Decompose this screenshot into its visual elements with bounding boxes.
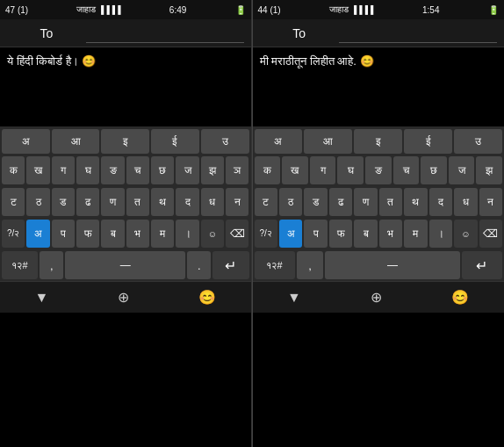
key-da2[interactable]: ड	[304, 188, 327, 216]
key-aa1[interactable]: आ	[52, 129, 100, 154]
key-pha2[interactable]: फ	[329, 220, 352, 248]
to-label-1: To	[7, 26, 86, 40]
key-gha2[interactable]: घ	[337, 156, 364, 184]
key-pa2[interactable]: प	[304, 220, 327, 248]
key-aa2[interactable]: आ	[304, 129, 352, 154]
key-ja2[interactable]: ज	[449, 156, 475, 184]
status-signal-1: जाहाड ▐▐▐▐	[76, 4, 120, 15]
key-da2-1[interactable]: द	[176, 188, 198, 216]
key-enter-1[interactable]: ↵	[212, 251, 248, 279]
key-i2[interactable]: इ	[354, 129, 402, 154]
key-u1[interactable]: उ	[201, 129, 249, 154]
key-ta2b[interactable]: त	[379, 188, 402, 216]
key-ca2[interactable]: च	[393, 156, 420, 184]
nav-globe-icon-1[interactable]: ⊕	[118, 289, 129, 306]
key-jha1[interactable]: झ	[201, 156, 224, 184]
nav-bar-1: ▼ ⊕ 😊	[0, 281, 251, 313]
key-emoji1[interactable]: ☺	[201, 220, 224, 248]
key-u2[interactable]: उ	[454, 129, 502, 154]
key-comma-1[interactable]: ,	[40, 251, 63, 279]
key-ta1[interactable]: ट	[2, 188, 25, 216]
nav-down-icon-2[interactable]: ▼	[287, 290, 301, 306]
key-da1[interactable]: ड	[52, 188, 75, 216]
key-ga1[interactable]: ग	[52, 156, 75, 184]
key-a1[interactable]: अ	[2, 129, 50, 154]
key-ta2[interactable]: ट	[255, 188, 277, 216]
key-space-2[interactable]: —	[325, 251, 460, 279]
key-del-2[interactable]: ⌫	[479, 220, 502, 248]
key-ba1[interactable]: ब	[101, 220, 124, 248]
key-tha1[interactable]: ठ	[26, 188, 49, 216]
key-na2-1[interactable]: न	[226, 188, 248, 216]
key-kha1[interactable]: ख	[26, 156, 49, 184]
key-ma2[interactable]: म	[404, 220, 427, 248]
status-signal-2: जाहाड ▐▐▐▐	[329, 4, 373, 15]
key-da2b[interactable]: द	[429, 188, 452, 216]
key-tha2-1[interactable]: थ	[151, 188, 174, 216]
key-nga1[interactable]: ङ	[101, 156, 124, 184]
key-a-blue-2[interactable]: अ	[279, 220, 302, 248]
nav-globe-icon-2[interactable]: ⊕	[371, 289, 382, 306]
to-input-2[interactable]	[339, 24, 497, 43]
key-na1[interactable]: ण	[101, 188, 124, 216]
message-area-1[interactable]: ये हिंदी किबोर्ड है। 😊	[0, 47, 251, 126]
key-num-switch-2[interactable]: ?/२	[255, 220, 277, 248]
nav-emoji-icon-1[interactable]: 😊	[198, 289, 216, 306]
vowel-row-1: अ आ इ ई उ	[0, 126, 251, 155]
key-nga2[interactable]: ङ	[365, 156, 392, 184]
key-del-1[interactable]: ⌫	[226, 220, 248, 248]
key-gha1[interactable]: घ	[76, 156, 99, 184]
key-jha2[interactable]: झ	[476, 156, 502, 184]
key-dha2[interactable]: ढ	[329, 188, 352, 216]
key-ma1[interactable]: म	[151, 220, 174, 248]
to-label-2: To	[260, 26, 339, 40]
key-dha2b[interactable]: ध	[454, 188, 477, 216]
vowel-row-2: अ आ इ ई उ	[253, 126, 505, 155]
key-i1[interactable]: इ	[101, 129, 149, 154]
key-num-switch-1[interactable]: ?/२	[2, 220, 25, 248]
key-bha1[interactable]: भ	[126, 220, 149, 248]
key-dha1[interactable]: ढ	[76, 188, 99, 216]
key-ca1[interactable]: च	[126, 156, 149, 184]
key-danda2[interactable]: ।	[429, 220, 452, 248]
key-a2[interactable]: अ	[255, 129, 303, 154]
key-tha2[interactable]: ठ	[279, 188, 302, 216]
key-bha2[interactable]: भ	[379, 220, 402, 248]
keyboard-2: अ आ इ ई उ क ख ग घ ङ च छ ज झ ट ठ ड ढ ण त …	[253, 126, 505, 281]
nav-emoji-icon-2[interactable]: 😊	[451, 289, 469, 306]
key-comma-2[interactable]: ,	[297, 251, 324, 279]
key-pa1[interactable]: प	[52, 220, 75, 248]
key-pha1[interactable]: फ	[76, 220, 99, 248]
row2-2: ट ठ ड ढ ण त थ द ध न	[253, 186, 505, 218]
key-emoji2[interactable]: ☺	[454, 220, 477, 248]
key-ka2[interactable]: क	[255, 156, 281, 184]
key-a-blue-1[interactable]: अ	[26, 220, 49, 248]
key-na2b[interactable]: न	[479, 188, 502, 216]
key-na2[interactable]: ण	[354, 188, 377, 216]
key-dha2-1[interactable]: ध	[201, 188, 224, 216]
key-danda1[interactable]: ।	[176, 220, 198, 248]
key-ii2[interactable]: ई	[404, 129, 452, 154]
message-area-2[interactable]: मी मराठीतून लिहीत आहे. 😊	[253, 47, 505, 126]
key-cha1[interactable]: छ	[151, 156, 174, 184]
key-ba2[interactable]: ब	[354, 220, 377, 248]
key-ii1[interactable]: ई	[151, 129, 199, 154]
key-space-1[interactable]: —	[65, 251, 185, 279]
key-ka1[interactable]: क	[2, 156, 25, 184]
to-bar-1: To	[0, 19, 251, 47]
key-cha2[interactable]: छ	[421, 156, 447, 184]
key-num-2[interactable]: १२#	[255, 251, 295, 279]
key-ga2[interactable]: ग	[310, 156, 336, 184]
key-period-1[interactable]: .	[187, 251, 211, 279]
key-nya1[interactable]: ञ	[226, 156, 248, 184]
key-ta2-1[interactable]: त	[126, 188, 149, 216]
phone-panel-1: 47 (1) जाहाड ▐▐▐▐ 6:49 🔋 To ये हिंदी किब…	[0, 0, 252, 447]
key-num-1[interactable]: १२#	[2, 251, 38, 279]
key-kha2[interactable]: ख	[282, 156, 308, 184]
key-enter-2[interactable]: ↵	[462, 251, 502, 279]
bottom-row-2: १२# , — ↵	[253, 249, 505, 281]
key-ja1[interactable]: ज	[176, 156, 198, 184]
key-tha2b[interactable]: थ	[404, 188, 427, 216]
to-input-1[interactable]	[86, 24, 244, 43]
nav-down-icon-1[interactable]: ▼	[34, 290, 48, 306]
